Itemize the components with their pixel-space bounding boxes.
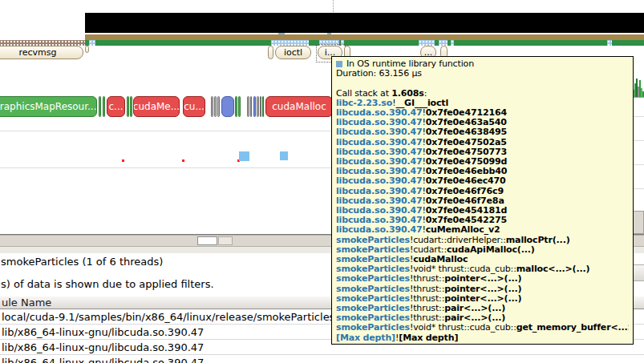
stack-frame: libcuda.so.390.47!0x7fe0e46f7e8a <box>336 196 629 206</box>
stack-module: smokeParticles <box>336 284 410 294</box>
stack-symbol: 0x7fe0e454181d <box>426 206 507 216</box>
stack-frame: smokeParticles!void* thrust::cuda_cub::g… <box>336 323 629 333</box>
tooltip-stack: libc-2.23.so!__GI___ioctllibcuda.so.390.… <box>336 99 629 343</box>
timeline-bar-graphicsmapresour-[interactable]: GraphicsMapResour... <box>0 96 97 117</box>
timeline-dense-intervals-strip[interactable] <box>85 13 644 33</box>
stack-module: libcuda.so.390.47 <box>336 147 422 157</box>
timeline-bar-sliver[interactable] <box>214 96 217 117</box>
timeline-bar-sliver[interactable] <box>235 96 237 117</box>
stack-symbol: 0x7fe0e4638495 <box>426 127 507 137</box>
stack-frame: libcuda.so.390.47!0x7fe0e4750773 <box>336 147 629 157</box>
stack-symbol: 0x7fe0e475099d <box>426 157 507 167</box>
panel-edge-block <box>634 264 644 281</box>
interval-sliver[interactable] <box>85 46 89 53</box>
stack-symbol: cuMemAlloc_v2 <box>426 225 500 235</box>
os-runtime-activity-patch[interactable] <box>439 40 448 46</box>
stack-module: libcuda.so.390.47 <box>336 127 422 137</box>
timeline-bar-cudame-[interactable]: cudaMe... <box>133 96 180 117</box>
interval-recvmsg-button[interactable]: recvmsg <box>0 46 83 59</box>
stack-symbol: !cudart:: <box>410 245 447 255</box>
stack-frame: libcuda.so.390.47!0x7fe0e47502a5 <box>336 138 629 147</box>
event-marker-blue[interactable] <box>239 151 249 161</box>
os-runtime-activity-patch[interactable] <box>419 40 435 46</box>
timeline-bar-sliver[interactable] <box>253 96 256 117</box>
row-separator <box>633 188 644 189</box>
timeline-bar-c-[interactable]: c... <box>107 96 125 117</box>
stack-frame: [Max depth]![Max depth] <box>336 333 629 343</box>
callstack-tooltip: In OS runtime library function Duration:… <box>331 56 634 345</box>
stack-symbol: !thrust:: <box>410 284 444 294</box>
event-marker-red[interactable] <box>182 159 184 162</box>
timeline-bar-sliver[interactable] <box>99 96 101 117</box>
interval-ioctl-button[interactable]: ioctl <box>275 46 311 59</box>
timeline-bar-sliver[interactable] <box>103 96 105 117</box>
row-separator <box>633 140 644 141</box>
interval-sliver[interactable] <box>268 46 273 59</box>
stack-frame: libcuda.so.390.47!0x7fe0e46ec470 <box>336 176 629 186</box>
stack-module: smokeParticles <box>336 255 410 264</box>
scrollbar-thumb-secondary[interactable] <box>218 236 233 245</box>
stack-frame: smokeParticles!cudart::cudaApiMalloc(...… <box>336 245 629 255</box>
timeline-bar-sliver[interactable] <box>257 96 259 117</box>
stack-module: libcuda.so.390.47 <box>336 206 422 216</box>
timeline-bar-cudamalloc[interactable]: cudaMalloc <box>265 96 333 117</box>
stack-symbol: 0x7fe0e46ec470 <box>426 176 506 186</box>
tooltip-duration: Duration: 63.156 µs <box>336 69 629 79</box>
timeline-bar-sliver[interactable] <box>238 96 241 117</box>
stack-symbol: cudaApiMalloc(...) <box>447 245 535 255</box>
stack-symbol: pointer<...>(...) <box>444 284 521 294</box>
event-marker-blue[interactable] <box>280 151 288 160</box>
stack-symbol: !void* thrust::cuda_cub:: <box>410 264 516 274</box>
timeline-bar-sliver[interactable] <box>221 96 234 117</box>
os-runtime-activity-patch[interactable] <box>451 40 454 46</box>
stack-symbol: pointer<...>(...) <box>444 294 521 304</box>
stack-frame: smokeParticles!cudaMalloc <box>336 255 629 264</box>
stack-module: [Max depth] <box>336 333 395 343</box>
stack-frame: libcuda.so.390.47!0x7fe0e454181d <box>336 206 629 216</box>
os-runtime-activity-patch[interactable] <box>271 40 309 46</box>
timeline-tick <box>327 33 331 34</box>
callstack-time: 1.608s <box>391 89 423 99</box>
scrollbar-thumb[interactable] <box>197 236 217 245</box>
os-runtime-activity-patch[interactable] <box>89 40 95 46</box>
timeline-tan-strip[interactable] <box>85 34 644 40</box>
event-marker-red[interactable] <box>122 159 124 162</box>
row-separator <box>633 116 644 117</box>
stack-frame: smokeParticles!void* thrust::cuda_cub::m… <box>336 264 629 274</box>
timeline-bar-sliver[interactable] <box>260 96 261 117</box>
stack-symbol: 0x7fe0e46ebb40 <box>426 167 508 176</box>
timeline-bar-sliver[interactable] <box>217 96 220 117</box>
stack-frame: smokeParticles!thrust::pair<...>(...) <box>336 313 629 323</box>
os-runtime-green-strip[interactable] <box>85 40 644 46</box>
scrollbar-corner[interactable] <box>633 211 644 234</box>
stack-module: libcuda.so.390.47 <box>336 187 422 196</box>
profiler-window: recvmsg ioctl i... ... GraphicsMapResour… <box>0 0 644 363</box>
timeline-bar-sliver[interactable] <box>247 96 249 117</box>
timeline-bar-cu-[interactable]: cu... <box>183 96 205 117</box>
os-runtime-pattern-strip[interactable] <box>0 40 85 46</box>
stack-module: libcuda.so.390.47 <box>336 225 422 235</box>
stack-module: libcuda.so.390.47 <box>336 216 422 225</box>
row-separator <box>633 164 644 165</box>
stack-module: libcuda.so.390.47 <box>336 196 422 206</box>
os-runtime-activity-patch[interactable] <box>607 40 612 46</box>
stack-module: libcuda.so.390.47 <box>336 167 422 176</box>
histogram-baseline <box>633 97 644 98</box>
tooltip-callstack-heading: Call stack at 1.608s: <box>336 89 629 99</box>
stack-symbol: cudaMalloc <box>413 255 468 264</box>
stack-frame: libcuda.so.390.47!0x7fe0e46ebb40 <box>336 167 629 176</box>
table-row[interactable]: lib/x86_64-linux-gnu/libcuda.so.390.47 <box>0 355 644 363</box>
timeline-bar-sliver[interactable] <box>250 96 252 117</box>
stack-symbol: get_memory_buffer<...>(...) <box>516 323 629 333</box>
timeline-bar-sliver[interactable] <box>127 96 129 117</box>
timeline-bar-sliver[interactable] <box>211 96 213 117</box>
stack-module: smokeParticles <box>336 264 410 274</box>
stack-frame: libcuda.so.390.47!cuMemAlloc_v2 <box>336 225 629 235</box>
tooltip-title: In OS runtime library function <box>346 59 474 69</box>
timeline-bar-sliver[interactable] <box>262 96 264 117</box>
callstack-prefix: Call stack at <box>336 89 391 99</box>
timeline-bar-sliver[interactable] <box>130 96 132 117</box>
stack-symbol: pair<...>(...) <box>444 313 505 323</box>
tooltip-spacer <box>336 79 629 88</box>
stack-symbol: [Max depth] <box>399 333 458 343</box>
